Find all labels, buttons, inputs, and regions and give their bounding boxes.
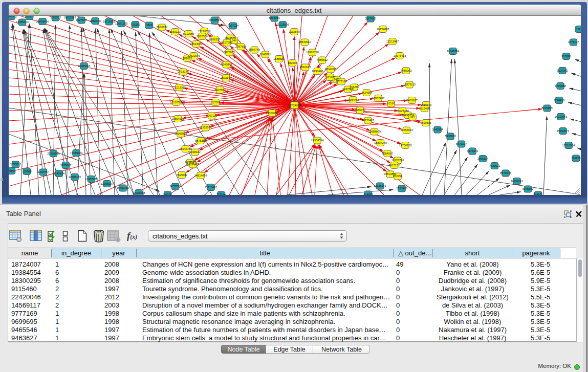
svg-text:6679197: 6679197 xyxy=(456,142,467,145)
svg-text:924501: 924501 xyxy=(533,193,542,195)
svg-text:2967608: 2967608 xyxy=(235,45,246,48)
svg-text:62160: 62160 xyxy=(387,102,395,105)
svg-text:13958107: 13958107 xyxy=(101,182,113,185)
svg-text:39154: 39154 xyxy=(9,169,15,172)
svg-text:9227342: 9227342 xyxy=(557,69,568,72)
svg-text:20206586: 20206586 xyxy=(47,152,59,155)
svg-text:11353594: 11353594 xyxy=(199,126,211,129)
svg-text:1244419: 1244419 xyxy=(554,99,564,102)
svg-text:10807487: 10807487 xyxy=(372,97,384,100)
svg-text:1640954: 1640954 xyxy=(432,128,443,131)
svg-text:19654923: 19654923 xyxy=(400,128,412,132)
svg-text:15720407: 15720407 xyxy=(362,119,374,122)
svg-text:7663822: 7663822 xyxy=(157,26,167,29)
svg-text:1405572: 1405572 xyxy=(9,16,17,18)
svg-text:16648784: 16648784 xyxy=(447,50,459,53)
svg-text:19218506: 19218506 xyxy=(276,23,289,26)
svg-text:1615132: 1615132 xyxy=(389,164,400,167)
svg-text:10671355: 10671355 xyxy=(115,22,127,25)
svg-text:1527602: 1527602 xyxy=(76,18,86,21)
svg-text:1562615: 1562615 xyxy=(300,65,311,69)
svg-text:964: 964 xyxy=(410,115,415,118)
svg-text:14099489: 14099489 xyxy=(187,163,199,166)
svg-text:2087682: 2087682 xyxy=(365,17,376,20)
svg-text:6794028: 6794028 xyxy=(325,68,336,71)
svg-text:3526: 3526 xyxy=(146,24,152,27)
svg-text:9777169: 9777169 xyxy=(336,80,346,83)
svg-text:19756928: 19756928 xyxy=(399,144,411,147)
svg-text:19384554: 19384554 xyxy=(311,139,323,142)
svg-text:8267130: 8267130 xyxy=(206,114,217,117)
svg-text:15716485: 15716485 xyxy=(205,186,217,189)
svg-text:1355061: 1355061 xyxy=(10,163,21,166)
svg-text:382203: 382203 xyxy=(288,61,297,64)
svg-text:116753: 116753 xyxy=(572,157,581,160)
svg-text:8215955: 8215955 xyxy=(541,106,552,110)
svg-text:9084067: 9084067 xyxy=(382,152,393,155)
svg-text:14055724: 14055724 xyxy=(16,20,28,24)
svg-text:8813054: 8813054 xyxy=(269,16,279,19)
svg-text:15692971: 15692971 xyxy=(557,129,569,133)
svg-text:10654112: 10654112 xyxy=(511,180,523,183)
svg-text:10719155: 10719155 xyxy=(103,20,115,23)
svg-text:1342757: 1342757 xyxy=(38,170,49,173)
svg-text:5938923: 5938923 xyxy=(445,135,455,138)
svg-text:8186328: 8186328 xyxy=(209,38,220,41)
svg-text:546: 546 xyxy=(232,39,236,42)
svg-text:7986372: 7986372 xyxy=(355,108,365,112)
svg-text:2718176: 2718176 xyxy=(178,70,188,73)
svg-text:9699695: 9699695 xyxy=(420,121,431,124)
svg-text:7955812: 7955812 xyxy=(317,58,328,61)
svg-text:96574: 96574 xyxy=(164,193,171,195)
svg-text:252254: 252254 xyxy=(393,174,402,178)
svg-text:1575107: 1575107 xyxy=(568,40,579,43)
svg-text:5498222: 5498222 xyxy=(189,150,200,154)
svg-text:8471676: 8471676 xyxy=(500,171,511,174)
svg-text:1065532: 1065532 xyxy=(50,16,61,19)
svg-text:19166829: 19166829 xyxy=(175,132,187,135)
svg-text:7625402: 7625402 xyxy=(177,173,187,177)
svg-text:8427552: 8427552 xyxy=(214,89,225,92)
svg-text:2803144: 2803144 xyxy=(221,76,231,79)
svg-text:912996: 912996 xyxy=(561,55,571,58)
svg-text:8878352: 8878352 xyxy=(195,139,206,142)
svg-text:9463627: 9463627 xyxy=(406,99,417,102)
svg-text:205572: 205572 xyxy=(25,16,34,18)
svg-text:8960123: 8960123 xyxy=(169,30,180,33)
svg-text:9657791: 9657791 xyxy=(170,185,181,188)
svg-text:16210643: 16210643 xyxy=(555,115,567,118)
svg-text:14136141: 14136141 xyxy=(374,184,386,187)
svg-text:17016504: 17016504 xyxy=(562,144,575,147)
svg-text:9527506: 9527506 xyxy=(197,35,207,38)
svg-text:7632621: 7632621 xyxy=(489,164,500,167)
svg-text:9474444: 9474444 xyxy=(467,149,477,152)
svg-text:317004: 317004 xyxy=(211,101,220,104)
svg-text:20691406: 20691406 xyxy=(36,20,49,23)
svg-text:3875685: 3875685 xyxy=(224,51,234,54)
svg-text:3975867: 3975867 xyxy=(60,164,71,167)
svg-text:7485063: 7485063 xyxy=(401,69,411,72)
svg-text:8912955: 8912955 xyxy=(183,32,194,35)
svg-text:18724007: 18724007 xyxy=(288,104,300,107)
svg-text:20053346: 20053346 xyxy=(78,64,90,68)
svg-text:10107552: 10107552 xyxy=(170,101,182,104)
svg-text:9815440: 9815440 xyxy=(421,103,431,106)
svg-text:12975115: 12975115 xyxy=(403,83,416,86)
svg-text:1209388: 1209388 xyxy=(555,84,565,87)
svg-text:9527508: 9527508 xyxy=(221,41,232,44)
svg-text:18807249: 18807249 xyxy=(374,141,386,144)
svg-text:3624554: 3624554 xyxy=(361,91,372,94)
svg-text:2935114: 2935114 xyxy=(477,157,488,160)
svg-text:1733426: 1733426 xyxy=(396,187,407,190)
svg-text:10046788: 10046788 xyxy=(179,147,191,150)
svg-text:10120746: 10120746 xyxy=(391,159,404,162)
svg-text:171644: 171644 xyxy=(363,192,373,195)
svg-text:18640910: 18640910 xyxy=(298,40,311,43)
svg-text:1132549: 1132549 xyxy=(289,30,299,33)
svg-text:19854925: 19854925 xyxy=(171,117,184,120)
svg-text:10688609: 10688609 xyxy=(368,130,380,133)
svg-text:10025458: 10025458 xyxy=(396,110,408,113)
svg-text:9146821: 9146821 xyxy=(260,53,271,56)
svg-text:16782759: 16782759 xyxy=(117,186,129,189)
svg-text:7357224: 7357224 xyxy=(228,24,238,27)
